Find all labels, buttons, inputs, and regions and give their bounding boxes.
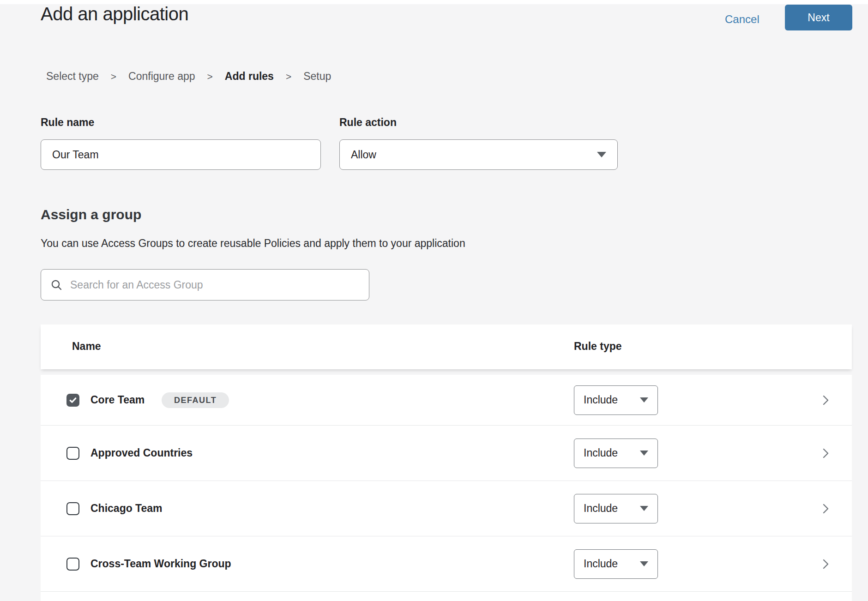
breadcrumb-item-select-type[interactable]: Select type xyxy=(46,70,99,83)
default-badge: DEFAULT xyxy=(162,392,229,408)
column-header-name: Name xyxy=(72,340,101,353)
group-checkbox[interactable] xyxy=(66,447,79,460)
breadcrumb-separator: > xyxy=(207,71,213,82)
page-title: Add an application xyxy=(41,4,188,24)
rule-type-select[interactable]: Include xyxy=(574,385,658,415)
table-row: Core Team DEFAULT Include xyxy=(41,375,852,426)
add-application-page: Add an application Cancel Next Select ty… xyxy=(0,0,868,601)
group-checkbox[interactable] xyxy=(66,502,79,515)
chevron-down-icon xyxy=(640,506,648,511)
column-header-rule-type: Rule type xyxy=(574,340,622,353)
breadcrumb: Select type>Configure app>Add rules>Setu… xyxy=(46,70,331,83)
search-icon xyxy=(50,279,63,291)
breadcrumb-item-add-rules[interactable]: Add rules xyxy=(225,70,274,83)
group-name: Chicago Team xyxy=(90,502,163,515)
group-checkbox[interactable] xyxy=(66,394,79,407)
group-name: Approved Countries xyxy=(90,447,193,459)
chevron-down-icon xyxy=(640,451,648,456)
cancel-button[interactable]: Cancel xyxy=(725,13,760,26)
rule-action-value: Allow xyxy=(351,149,376,161)
rule-action-select[interactable]: Allow xyxy=(339,139,618,170)
chevron-down-icon xyxy=(640,397,648,403)
checkmark-icon xyxy=(69,396,77,404)
rule-name-label: Rule name xyxy=(41,116,94,129)
breadcrumb-item-configure-app[interactable]: Configure app xyxy=(128,70,195,83)
group-checkbox[interactable] xyxy=(66,558,79,571)
group-name: Cross-Team Working Group xyxy=(90,558,231,570)
breadcrumb-separator: > xyxy=(286,71,291,82)
search-input[interactable] xyxy=(69,278,360,292)
chevron-down-icon xyxy=(640,561,648,566)
rule-type-value: Include xyxy=(584,502,618,515)
rule-type-value: Include xyxy=(584,394,618,406)
rule-type-select[interactable]: Include xyxy=(574,494,658,523)
chevron-down-icon xyxy=(597,152,606,157)
chevron-right-icon[interactable] xyxy=(820,447,831,459)
rule-name-input[interactable] xyxy=(41,139,321,170)
breadcrumb-separator: > xyxy=(111,71,116,82)
rule-type-select[interactable]: Include xyxy=(574,549,658,579)
chevron-right-icon[interactable] xyxy=(820,503,831,515)
table-row: Chicago Team Include xyxy=(41,481,852,536)
breadcrumb-item-setup[interactable]: Setup xyxy=(303,70,331,83)
rule-type-value: Include xyxy=(584,558,618,570)
access-group-search[interactable] xyxy=(41,269,369,300)
next-button[interactable]: Next xyxy=(785,5,852,30)
rule-type-select[interactable]: Include xyxy=(574,439,658,468)
rule-action-label: Rule action xyxy=(339,116,397,129)
table-row: Cross-Team Working Group Include xyxy=(41,536,852,592)
group-table-header: Name Rule type xyxy=(41,325,852,369)
chevron-right-icon[interactable] xyxy=(820,394,831,406)
assign-group-description: You can use Access Groups to create reus… xyxy=(41,237,465,250)
group-name: Core Team xyxy=(90,394,145,406)
group-rows: Core Team DEFAULT Include Approved Count… xyxy=(41,375,852,601)
assign-group-heading: Assign a group xyxy=(41,207,141,222)
cutoff-row xyxy=(41,592,852,601)
rule-type-value: Include xyxy=(584,447,618,459)
chevron-right-icon[interactable] xyxy=(820,558,831,570)
table-row: Approved Countries Include xyxy=(41,426,852,481)
